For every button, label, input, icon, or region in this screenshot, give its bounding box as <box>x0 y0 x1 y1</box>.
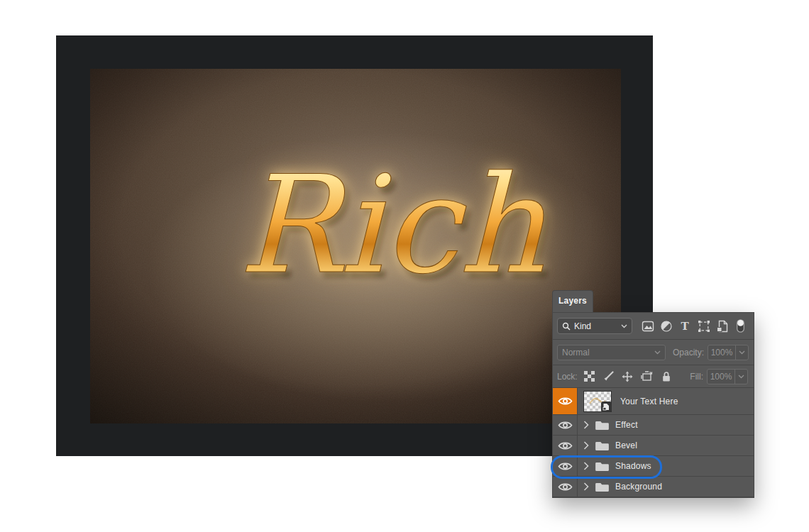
folder-icon <box>595 420 610 431</box>
lock-label: Lock: <box>557 372 578 382</box>
adjustment-layer-filter-icon[interactable] <box>659 319 673 333</box>
magnifier-icon <box>562 322 571 331</box>
folder-icon <box>595 440 610 451</box>
filter-kind-label: Kind <box>574 321 617 331</box>
layer-name: Background <box>615 482 662 492</box>
layer-row-content: Background <box>578 477 754 497</box>
expand-chevron-icon[interactable] <box>583 462 589 470</box>
fill-field[interactable]: 100% <box>707 369 748 384</box>
lock-row: Lock: <box>553 365 754 388</box>
opacity-value: 100% <box>708 345 735 360</box>
visibility-eye-icon[interactable] <box>553 477 578 497</box>
visibility-eye-icon[interactable] <box>553 388 578 414</box>
layer-row-content: Effect <box>578 415 754 435</box>
smart-object-badge-icon <box>601 401 612 412</box>
layer-row-background[interactable]: Background <box>553 477 754 497</box>
filter-kind-dropdown[interactable]: Kind <box>557 318 632 334</box>
pixel-layer-filter-icon[interactable] <box>641 319 655 333</box>
blend-mode-select[interactable]: Normal <box>557 345 666 360</box>
opacity-label: Opacity: <box>673 348 704 358</box>
filter-icon-group: T <box>641 319 749 333</box>
fill-label: Fill: <box>690 372 703 382</box>
filter-toggle-icon[interactable] <box>734 319 748 333</box>
fill-dropdown-chevron[interactable] <box>734 370 747 384</box>
rich-text-artwork: Rich Rich Rich Rich <box>90 69 621 423</box>
expand-chevron-icon[interactable] <box>583 421 589 429</box>
layer-row-your-text-here[interactable]: Your Text Here <box>553 388 754 415</box>
opacity-field[interactable]: 100% <box>708 345 749 360</box>
lock-paint-icon[interactable] <box>602 371 614 382</box>
smart-object-filter-icon[interactable] <box>715 319 730 333</box>
layer-name: Shadows <box>615 461 651 471</box>
blend-row: Normal Opacity: 100% <box>553 340 754 365</box>
lock-move-icon[interactable] <box>622 371 633 382</box>
folder-icon <box>595 482 610 492</box>
folder-icon <box>595 461 610 472</box>
chevron-down-icon <box>621 324 627 328</box>
layer-row-effect[interactable]: Effect <box>553 415 754 436</box>
lock-artboard-icon[interactable] <box>641 371 653 382</box>
fill-value: 100% <box>708 370 734 384</box>
type-layer-filter-icon[interactable]: T <box>678 319 692 333</box>
lock-icon-group <box>584 371 672 382</box>
layer-row-content: Shadows <box>578 456 754 476</box>
page: Rich Rich Rich Rich Layers Kind <box>0 0 809 532</box>
visibility-eye-icon[interactable] <box>553 415 578 435</box>
blend-mode-value: Normal <box>562 348 590 358</box>
layer-list: Your Text Here <box>553 388 754 497</box>
layer-filter-row: Kind <box>553 313 754 340</box>
layer-row-shadows[interactable]: Shadows <box>553 456 754 477</box>
shape-layer-filter-icon[interactable] <box>697 319 711 333</box>
expand-chevron-icon[interactable] <box>583 482 589 491</box>
document-canvas[interactable]: Rich Rich Rich Rich <box>90 69 621 423</box>
layer-row-content: Bevel <box>578 436 754 455</box>
layers-panel: Layers Kind <box>552 290 754 498</box>
opacity-dropdown-chevron[interactable] <box>735 345 748 360</box>
layers-panel-body: Kind <box>552 312 754 498</box>
smart-object-thumbnail[interactable] <box>583 391 612 412</box>
visibility-eye-icon[interactable] <box>553 436 578 455</box>
expand-chevron-icon[interactable] <box>583 441 589 450</box>
layers-panel-tab[interactable]: Layers <box>552 290 593 312</box>
visibility-eye-icon[interactable] <box>553 456 578 476</box>
layers-tab-label: Layers <box>558 296 587 306</box>
layer-name: Bevel <box>615 440 637 450</box>
chevron-down-icon <box>654 350 661 355</box>
gold-text: Rich <box>238 147 546 304</box>
layer-row-content: Your Text Here <box>578 388 754 414</box>
svg-text:T: T <box>681 320 690 333</box>
layer-row-bevel[interactable]: Bevel <box>553 436 754 456</box>
layer-name: Your Text Here <box>620 397 678 406</box>
lock-all-icon[interactable] <box>661 371 672 382</box>
layer-name: Effect <box>615 420 638 430</box>
lock-transparency-icon[interactable] <box>584 371 595 382</box>
